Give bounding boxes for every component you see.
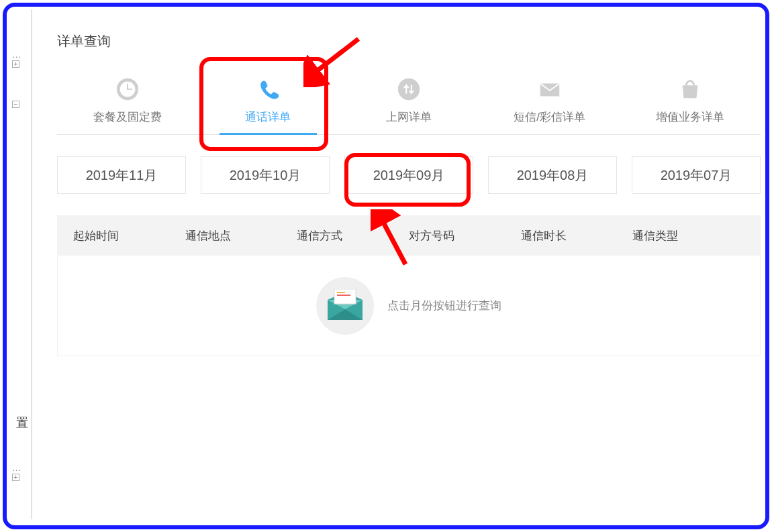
month-button[interactable]: 2019年09月 [344,156,473,194]
month-button[interactable]: 2019年10月 [201,156,330,194]
tab-call-detail[interactable]: 通话详单 [198,70,339,134]
phone-icon [254,76,281,103]
empty-hint-text: 点击月份按钮进行查询 [387,298,501,313]
tab-label: 上网详单 [386,109,432,125]
mail-icon [536,76,563,103]
table-header: 起始时间 通信地点 通信方式 对方号码 通信时长 通信类型 [57,215,761,256]
main-content: 详单查询 套餐及固定费 通话详单 上网详单 短信/彩信详单 [57,32,761,500]
tab-label: 通话详单 [245,109,291,125]
col-duration: 通信时长 [521,228,633,244]
minus-icon: − [12,101,19,108]
sidebar-remnant: … + − 置 … + [12,0,32,532]
plus-icon: + [12,60,19,68]
tab-data-detail[interactable]: 上网详单 [338,70,479,134]
month-button[interactable]: 2019年07月 [632,156,761,194]
category-tabs: 套餐及固定费 通话详单 上网详单 短信/彩信详单 增值业务详单 [57,70,761,135]
page-title: 详单查询 [57,32,761,50]
briefcase-icon [316,277,374,335]
tab-sms-detail[interactable]: 短信/彩信详单 [479,70,620,134]
col-peer: 对方号码 [409,228,521,244]
empty-state: 点击月份按钮进行查询 [57,256,761,356]
tab-label: 套餐及固定费 [93,109,162,125]
tab-label: 短信/彩信详单 [514,109,585,125]
tab-value-added[interactable]: 增值业务详单 [620,70,761,134]
plus-icon: + [12,474,19,481]
month-button[interactable]: 2019年11月 [57,156,186,194]
updown-icon [395,76,422,103]
month-button[interactable]: 2019年08月 [488,156,617,194]
svg-point-4 [398,78,420,100]
svg-rect-3 [127,89,132,90]
svg-rect-7 [337,292,345,293]
bag-icon [677,76,704,103]
dots-icon: … [12,50,21,60]
month-selector: 2019年11月 2019年10月 2019年09月 2019年08月 2019… [57,156,761,194]
col-start-time: 起始时间 [73,228,185,244]
svg-rect-6 [334,289,356,304]
divider [31,9,32,519]
tab-label: 增值业务详单 [656,109,724,125]
tab-plan-fee[interactable]: 套餐及固定费 [57,70,198,134]
clock-icon [114,76,141,103]
sidebar-text: 置 [16,415,28,431]
col-location: 通信地点 [185,228,297,244]
dots-icon: … [12,463,21,473]
svg-rect-8 [337,295,350,296]
col-method: 通信方式 [297,228,409,244]
col-type: 通信类型 [632,228,744,244]
